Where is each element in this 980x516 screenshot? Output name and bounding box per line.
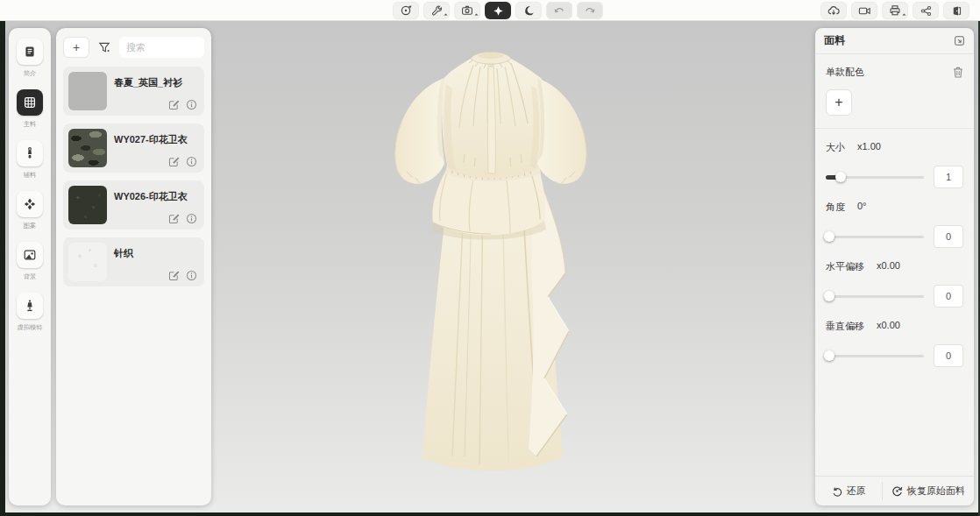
sidebar-item-label: 背景 [24, 272, 36, 281]
edit-icon[interactable] [168, 156, 180, 167]
exit-button[interactable] [943, 2, 969, 19]
edit-icon[interactable] [168, 213, 180, 224]
mannequin-icon [23, 299, 37, 313]
info-icon[interactable] [186, 156, 197, 167]
sidebar-item-label: 简介 [24, 69, 36, 78]
fabric-properties-panel: 面料 单款配色 + 大小 x1.00 [815, 28, 974, 505]
snapshot-button[interactable] [454, 2, 480, 19]
fabric-library-panel: + 春夏_英国_衬衫 WY027-印花卫衣 [56, 28, 211, 505]
filter-button[interactable] [95, 37, 114, 58]
sidebar-item-pattern[interactable]: 图案 [17, 191, 43, 230]
revert-button[interactable]: 还原 [815, 477, 882, 505]
orbit-reset-button[interactable] [393, 2, 419, 19]
background-icon [23, 248, 37, 262]
slider-thumb[interactable] [824, 291, 834, 301]
slider-value: x0.00 [877, 260, 900, 273]
filter-funnel-icon [98, 41, 110, 53]
fit-view-button[interactable] [485, 2, 511, 19]
slider-label: 角度 [826, 201, 845, 214]
info-icon[interactable] [186, 270, 197, 281]
fabric-item-shirt[interactable]: 春夏_英国_衬衫 [63, 67, 204, 116]
sidebar-item-trims[interactable]: 辅料 [17, 140, 43, 180]
search-input[interactable] [119, 37, 204, 58]
fabric-item-knit[interactable]: 针织 [63, 237, 204, 286]
dropdown-caret [474, 13, 478, 17]
angle-slider-group: 角度 0° [826, 201, 963, 248]
mode-sidebar: 简介 主料 辅料 图案 [9, 28, 51, 505]
panel-title: 面料 [824, 33, 845, 48]
window-frame-bottom [0, 512, 980, 516]
delete-colorway-icon[interactable] [953, 67, 963, 78]
scale-slider-track[interactable] [826, 176, 924, 179]
edit-icon[interactable] [168, 99, 180, 110]
fabric-grid-icon [23, 95, 37, 110]
angle-slider-track[interactable] [826, 236, 924, 238]
sidebar-item-label: 图案 [24, 222, 36, 230]
library-header: + [56, 28, 211, 67]
slider-value: 0° [857, 201, 867, 214]
collapse-panel-icon[interactable] [954, 35, 965, 46]
edit-icon[interactable] [168, 270, 180, 281]
top-toolbar [0, 0, 980, 21]
undo-icon [553, 4, 565, 17]
info-icon[interactable] [186, 213, 197, 224]
revert-icon [832, 486, 842, 497]
record-video-button[interactable] [851, 2, 877, 19]
fabric-name: 春夏_英国_衬衫 [114, 76, 182, 89]
properties-header: 面料 [815, 28, 974, 54]
fabric-name: WY026-印花卫衣 [114, 190, 188, 203]
undo-button[interactable] [546, 2, 572, 19]
info-icon[interactable] [186, 99, 197, 110]
viewport-3d[interactable] [219, 22, 870, 512]
fabric-swatch [68, 129, 107, 167]
h-offset-input[interactable] [934, 285, 963, 307]
adjust-tools-button[interactable] [423, 2, 450, 19]
angle-input[interactable] [934, 225, 963, 248]
fabric-swatch [68, 243, 107, 281]
orbit-reset-icon [400, 4, 412, 17]
exit-icon [951, 5, 962, 17]
window-frame-left [0, 21, 5, 516]
adjust-tools-icon [431, 5, 443, 17]
scale-slider-group: 大小 x1.00 [826, 141, 963, 188]
print-export-icon [889, 4, 901, 17]
slider-thumb[interactable] [835, 172, 846, 182]
sidebar-item-avatar[interactable]: 虚拟模特 [16, 293, 44, 332]
slider-label: 水平偏移 [826, 260, 864, 273]
restore-original-fabric-button[interactable]: 恢复原始面料 [883, 477, 974, 505]
fabric-swatch [68, 186, 107, 224]
sidebar-item-label: 主料 [24, 120, 36, 129]
add-colorway-button[interactable]: + [826, 89, 852, 116]
redo-button[interactable] [577, 2, 603, 19]
slider-label: 垂直偏移 [826, 320, 864, 333]
share-button[interactable] [913, 2, 939, 19]
print-export-button[interactable] [882, 2, 908, 19]
v-offset-slider-group: 垂直偏移 x0.00 [826, 320, 963, 367]
sidebar-item-background[interactable]: 背景 [17, 242, 43, 281]
sidebar-item-main-fabric[interactable]: 主料 [17, 89, 43, 129]
dark-mode-button[interactable] [515, 2, 542, 19]
properties-footer: 还原 恢复原始面料 [815, 476, 974, 505]
scale-input[interactable] [934, 166, 963, 188]
doc-icon [23, 45, 37, 59]
dropdown-caret [444, 13, 447, 17]
slider-value: x0.00 [877, 320, 900, 333]
fit-view-icon [493, 5, 504, 17]
add-fabric-button[interactable]: + [63, 37, 89, 58]
cloud-sync-button[interactable] [820, 2, 847, 19]
slider-thumb[interactable] [824, 231, 834, 242]
slider-thumb[interactable] [824, 350, 834, 361]
v-offset-slider-track[interactable] [826, 355, 924, 357]
v-offset-input[interactable] [934, 344, 963, 367]
fabric-item-wy027[interactable]: WY027-印花卫衣 [63, 124, 204, 173]
fabric-item-wy026[interactable]: WY026-印花卫衣 [63, 180, 204, 230]
h-offset-slider-track[interactable] [826, 295, 924, 298]
section-divider [815, 128, 974, 129]
garment-dress-render [359, 23, 622, 474]
slider-label: 大小 [826, 141, 845, 154]
share-icon [920, 5, 932, 17]
sidebar-item-intro[interactable]: 简介 [17, 39, 43, 78]
colorway-label: 单款配色 [826, 66, 864, 79]
snapshot-icon [461, 4, 473, 17]
sidebar-item-label: 辅料 [24, 171, 36, 180]
